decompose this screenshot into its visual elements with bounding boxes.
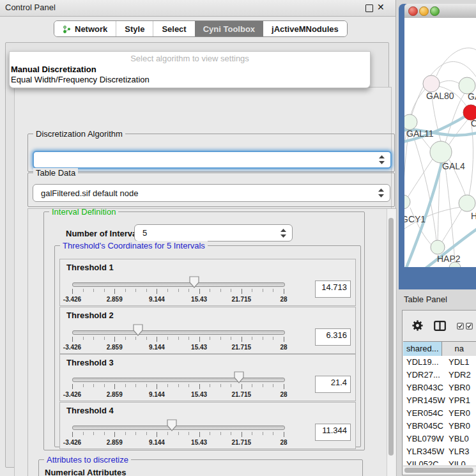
column-header[interactable]: shared...	[403, 342, 442, 356]
tab-network[interactable]: Network	[54, 21, 116, 36]
checkbox-checked-icon[interactable]	[466, 323, 473, 330]
algorithm-combobox[interactable]	[33, 151, 392, 169]
network-node-label: H	[471, 211, 476, 221]
network-node-label: GAL4	[442, 161, 465, 171]
thresholds-legend: Threshold's Coordinates for 5 Intervals	[60, 241, 208, 250]
slider-tick	[146, 337, 147, 340]
control-panel-tabbar: NetworkStyleSelectCyni ToolboxjActiveMNo…	[54, 20, 348, 37]
algorithm-dropdown-popup: Select algorithm to view settings Manual…	[9, 51, 371, 88]
slider-tick-label: 21.715	[222, 391, 261, 398]
table-row[interactable]: YLR345WYLR3	[403, 445, 476, 458]
table-header-row: shared...na	[403, 341, 476, 357]
minimize-traffic-light-icon[interactable]	[419, 6, 429, 16]
network-node-gal80[interactable]	[423, 75, 440, 92]
slider-track[interactable]	[72, 330, 285, 335]
attributes-group: Attributes to discretize Numerical Attri…	[38, 459, 363, 476]
table-row[interactable]: YDL19...YDL1	[403, 356, 476, 369]
slider-tick	[220, 432, 221, 435]
network-node-h[interactable]	[459, 195, 475, 211]
column-layout-icon[interactable]	[434, 321, 446, 331]
network-node-gal11[interactable]	[404, 114, 417, 130]
close-traffic-light-icon[interactable]	[408, 6, 418, 16]
table-data-combobox[interactable]: galFiltered.sif default node	[33, 184, 390, 202]
slider-tick	[231, 384, 231, 387]
cell-name: YBR0	[445, 381, 476, 394]
number-of-intervals-value: 5	[135, 228, 280, 238]
tab-jactivemnodules[interactable]: jActiveMNodules	[263, 21, 347, 36]
screen: Control Panel ✕ NetworkStyleSelectCyni T…	[0, 0, 476, 476]
slider-tick-label: -3.426	[53, 439, 91, 446]
slider-track[interactable]	[72, 426, 285, 430]
slider-tick	[231, 432, 231, 435]
table-row[interactable]: YBL079WYBL0	[403, 433, 476, 445]
threshold-value-field[interactable]: 11.344	[315, 424, 351, 441]
slider-tick	[263, 337, 263, 340]
slider-tick	[167, 289, 168, 292]
slider-tick-label: 15.43	[180, 439, 219, 446]
slider-track[interactable]	[72, 378, 285, 382]
algorithm-option[interactable]: Equal Width/Frequency Discretization	[10, 75, 370, 85]
slider-tick	[188, 289, 189, 292]
gear-icon[interactable]	[412, 320, 423, 331]
tab-style[interactable]: Style	[116, 21, 153, 36]
slider-tick-label: 2.859	[95, 391, 134, 398]
slider-tick	[252, 432, 252, 435]
panel-scrollbar[interactable]	[387, 209, 395, 476]
slider-tick	[210, 384, 210, 387]
slider-tick	[146, 384, 147, 387]
slider-thumb[interactable]	[133, 324, 143, 336]
table-row[interactable]: YDR27...YDR2	[403, 369, 476, 381]
zoom-traffic-light-icon[interactable]	[430, 6, 440, 16]
table-row[interactable]: YER054CYER0	[403, 407, 476, 420]
float-window-icon[interactable]	[365, 4, 373, 12]
number-of-intervals-label: Number of Intervals	[66, 229, 144, 238]
slider-thumb[interactable]	[234, 371, 244, 383]
network-node-gcy1[interactable]	[404, 195, 410, 209]
table-row[interactable]: YIL052CYIL0	[403, 458, 476, 465]
network-window-titlebar[interactable]	[404, 4, 476, 19]
slider-tick	[114, 432, 115, 437]
tab-select[interactable]: Select	[153, 21, 194, 36]
tab-cyni-toolbox[interactable]: Cyni Toolbox	[195, 21, 263, 36]
slider-tick	[242, 337, 242, 342]
slider-tick-label: 2.859	[95, 439, 134, 446]
cell-shared-name: YPR145W	[403, 394, 445, 407]
network-node-gal4[interactable]	[430, 141, 452, 163]
slider-track[interactable]	[72, 282, 285, 287]
slider-thumb[interactable]	[167, 419, 177, 431]
slider-tick-label: 21.715	[222, 296, 261, 303]
network-canvas[interactable]: GAL80GACGAL11GAL4GCY1HHAP2	[404, 18, 476, 267]
column-header[interactable]: na	[442, 342, 476, 356]
slider-tick	[167, 337, 168, 340]
slider-tick	[114, 289, 115, 294]
slider-tick	[157, 432, 157, 437]
slider-tick	[83, 384, 84, 387]
number-of-intervals-combobox[interactable]: 5	[134, 224, 293, 242]
threshold-value-field[interactable]: 21.4	[315, 376, 351, 393]
slider-tick	[135, 289, 136, 292]
network-node-label: GAL11	[406, 128, 434, 139]
slider-tick	[83, 289, 84, 292]
algorithm-prompt-item: Select algorithm to view settings	[10, 52, 370, 65]
table-horizontal-scrollbar[interactable]	[403, 466, 476, 475]
slider-tick	[178, 289, 179, 292]
slider-tick-label: 9.144	[137, 344, 176, 351]
table-row[interactable]: YBR045CYBR0	[403, 420, 476, 433]
algorithm-option[interactable]: Manual Discretization	[10, 65, 370, 75]
threshold-value-field[interactable]: 14.713	[315, 280, 351, 298]
network-node-hap2[interactable]	[431, 240, 445, 254]
cyni-toolbox-panel: Discretization Algorithm Table Data galF…	[5, 42, 389, 468]
slider-thumb[interactable]	[189, 276, 199, 288]
close-icon[interactable]: ✕	[377, 2, 385, 12]
threshold-value-field[interactable]: 6.316	[315, 328, 351, 346]
slider-tick	[273, 432, 273, 435]
table-row[interactable]: YBR043CYBR0	[403, 381, 476, 394]
slider-tick	[231, 289, 231, 292]
slider-tick	[135, 337, 136, 340]
tab-label: jActiveMNodules	[272, 24, 339, 34]
table-row[interactable]: YPR145WYPR1	[403, 394, 476, 407]
threshold-panel-2: Threshold 2-3.4262.8599.14415.4321.71528…	[59, 307, 356, 354]
checkbox-checked-icon[interactable]	[457, 323, 464, 330]
network-node-label: C	[471, 118, 476, 128]
slider-tick	[93, 289, 94, 292]
